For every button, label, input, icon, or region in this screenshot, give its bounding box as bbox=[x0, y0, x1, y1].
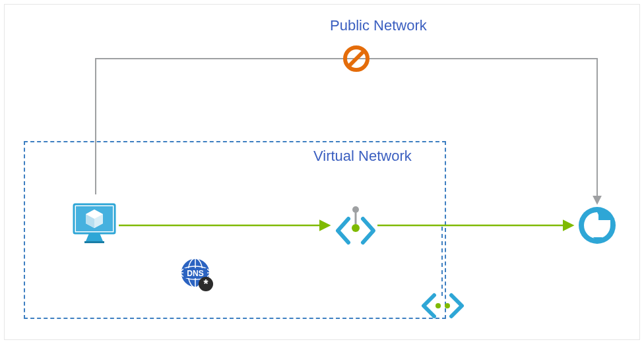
svg-text:*: * bbox=[203, 277, 208, 291]
vnet-peering-icon bbox=[420, 293, 466, 319]
private-endpoint-icon bbox=[333, 204, 372, 244]
svg-point-18 bbox=[352, 206, 359, 213]
peering-connector bbox=[0, 0, 644, 344]
vm-icon bbox=[71, 200, 117, 246]
svg-point-20 bbox=[352, 224, 360, 232]
svg-point-21 bbox=[435, 303, 441, 308]
svg-text:DNS: DNS bbox=[187, 269, 203, 278]
svg-rect-7 bbox=[84, 241, 104, 243]
private-dns-icon: DNS * bbox=[178, 257, 218, 297]
svg-point-22 bbox=[445, 303, 450, 308]
relay-service-icon bbox=[577, 206, 617, 245]
svg-rect-24 bbox=[595, 224, 601, 239]
